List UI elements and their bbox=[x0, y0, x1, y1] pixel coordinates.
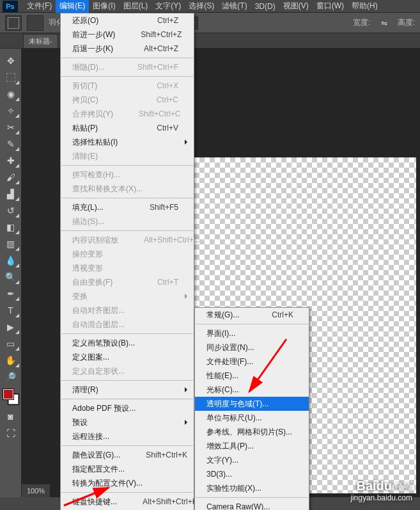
submenu-arrow-icon bbox=[185, 139, 190, 145]
foreground-color-swatch[interactable] bbox=[3, 389, 13, 399]
width-label: 宽度: bbox=[353, 17, 370, 28]
menu-item: 查找和替换文本(X)... bbox=[61, 182, 194, 196]
clone-stamp-tool[interactable]: ▟ bbox=[2, 186, 20, 202]
menu-item: 合并拷贝(Y)Shift+Ctrl+C bbox=[61, 107, 194, 121]
menubar-item[interactable]: 视图(V) bbox=[279, 0, 313, 13]
menu-item: 变换 bbox=[61, 289, 194, 303]
menu-item[interactable]: 文字(Y)... bbox=[195, 453, 309, 467]
menu-item: 拷贝(C)Ctrl+C bbox=[61, 93, 194, 107]
hand-tool[interactable]: ✋ bbox=[2, 353, 20, 368]
brush-tool[interactable]: 🖌 bbox=[2, 170, 20, 185]
menu-item[interactable]: 同步设置(N)... bbox=[195, 340, 309, 355]
height-label: 高度: bbox=[398, 17, 415, 28]
menu-item[interactable]: 清理(R) bbox=[61, 383, 194, 397]
menu-item[interactable]: 键盘快捷键...Alt+Shift+Ctrl+K bbox=[61, 495, 194, 509]
eraser-tool[interactable]: ◧ bbox=[2, 219, 20, 235]
marquee-tool[interactable] bbox=[2, 70, 20, 85]
menu-item[interactable]: 还原(O)Ctrl+Z bbox=[61, 13, 194, 28]
menubar-item[interactable]: 图像(I) bbox=[89, 0, 119, 13]
menu-item: 内容识别缩放Alt+Shift+Ctrl+C bbox=[61, 233, 194, 247]
color-swatches[interactable] bbox=[3, 389, 19, 404]
link-dimensions-icon[interactable]: ⇋ bbox=[380, 19, 389, 28]
menubar-item[interactable]: 滤镜(T) bbox=[218, 0, 251, 13]
menu-item: 自动对齐图层... bbox=[61, 303, 194, 317]
tool-preset-picker[interactable] bbox=[27, 15, 43, 31]
zoom-level[interactable]: 100% bbox=[27, 487, 45, 495]
rectangle-tool[interactable]: ▭ bbox=[2, 336, 20, 351]
menu-item: 渐隐(D)...Shift+Ctrl+F bbox=[61, 60, 194, 74]
menu-item: 定义自定形状... bbox=[61, 364, 194, 378]
zoom-tool[interactable]: 🔎 bbox=[2, 369, 20, 385]
status-bar: 100% bbox=[22, 484, 50, 497]
quick-mask-toggle[interactable]: ◙ bbox=[2, 409, 20, 424]
menu-item[interactable]: 颜色设置(G)...Shift+Ctrl+K bbox=[61, 448, 194, 462]
menubar-item[interactable]: 3D(D) bbox=[251, 0, 279, 13]
menu-item[interactable]: 常规(G)...Ctrl+K bbox=[195, 308, 309, 322]
active-tool-thumbnail[interactable] bbox=[5, 15, 22, 31]
submenu-arrow-icon bbox=[185, 387, 190, 392]
watermark: Baidu经验 jingyan.baidu.com bbox=[350, 479, 412, 502]
menu-item[interactable]: 增效工具(P)... bbox=[195, 439, 309, 453]
crop-tool[interactable]: ✂ bbox=[2, 120, 20, 135]
menu-item: 描边(S)... bbox=[61, 214, 194, 228]
menubar-item[interactable]: 编辑(E) bbox=[56, 0, 89, 13]
dodge-tool[interactable]: 🔍 bbox=[2, 269, 20, 285]
move-tool[interactable]: ✥ bbox=[2, 53, 20, 68]
menu-item[interactable]: 定义图案... bbox=[61, 350, 194, 364]
screen-mode-toggle[interactable]: ⛶ bbox=[2, 426, 20, 441]
pen-tool[interactable]: ✒ bbox=[2, 286, 20, 301]
menu-item: 透视变形 bbox=[61, 261, 194, 275]
preferences-submenu: 常规(G)...Ctrl+K界面(I)...同步设置(N)...文件处理(F).… bbox=[194, 307, 309, 510]
submenu-arrow-icon bbox=[185, 420, 190, 425]
menu-item[interactable]: 前进一步(W)Shift+Ctrl+Z bbox=[61, 28, 194, 42]
menu-item[interactable]: 预设 bbox=[61, 415, 194, 429]
magic-wand-tool[interactable]: ✧ bbox=[2, 103, 20, 118]
menu-item[interactable]: 远程连接... bbox=[61, 429, 194, 443]
menu-item[interactable]: 指定配置文件... bbox=[61, 462, 194, 476]
menu-item: 清除(E) bbox=[61, 149, 194, 163]
menu-item: 自由变换(F)Ctrl+T bbox=[61, 275, 194, 289]
gradient-tool[interactable]: ▥ bbox=[2, 236, 20, 251]
menubar-item[interactable]: 图层(L) bbox=[120, 0, 152, 13]
menubar-item[interactable]: 选择(S) bbox=[185, 0, 218, 13]
menubar: Ps 文件(F)编辑(E)图像(I)图层(L)文字(Y)选择(S)滤镜(T)3D… bbox=[0, 0, 420, 13]
menubar-item[interactable]: 帮助(H) bbox=[348, 0, 382, 13]
edit-menu: 还原(O)Ctrl+Z前进一步(W)Shift+Ctrl+Z后退一步(K)Alt… bbox=[60, 13, 194, 510]
menu-item: 操控变形 bbox=[61, 247, 194, 261]
menu-item[interactable]: 性能(E)... bbox=[195, 369, 309, 383]
menu-item[interactable]: Camera Raw(W)... bbox=[195, 500, 309, 510]
menubar-item[interactable]: 文字(Y) bbox=[152, 0, 185, 13]
toolbox: ✥ ◉ ✧ ✂ ✎ ✚ 🖌 ▟ ↺ ◧ ▥ 💧 🔍 ✒ T ▶ ▭ ✋ 🔎 ◙ … bbox=[0, 49, 22, 497]
menu-item[interactable]: 后退一步(K)Alt+Ctrl+Z bbox=[61, 42, 194, 56]
menubar-item[interactable]: 文件(F) bbox=[23, 0, 56, 13]
menu-item[interactable]: 文件处理(F)... bbox=[195, 355, 309, 369]
submenu-arrow-icon bbox=[185, 294, 190, 299]
menu-item[interactable]: 界面(I)... bbox=[195, 326, 309, 340]
menu-item[interactable]: 实验性功能(X)... bbox=[195, 481, 309, 495]
menu-item[interactable]: 定义画笔预设(B)... bbox=[61, 336, 194, 350]
menu-item[interactable]: Adobe PDF 预设... bbox=[61, 401, 194, 415]
blur-tool[interactable]: 💧 bbox=[2, 253, 20, 268]
type-tool[interactable]: T bbox=[2, 303, 20, 318]
menu-item[interactable]: 参考线、网格和切片(S)... bbox=[195, 425, 309, 439]
menu-item[interactable]: 转换为配置文件(V)... bbox=[61, 476, 194, 490]
menu-item: 剪切(T)Ctrl+X bbox=[61, 79, 194, 93]
lasso-tool[interactable]: ◉ bbox=[2, 86, 20, 102]
document-tab[interactable]: 未标题- bbox=[23, 34, 58, 48]
menubar-item[interactable]: 窗口(W) bbox=[313, 0, 348, 13]
eyedropper-tool[interactable]: ✎ bbox=[2, 136, 20, 152]
menu-item[interactable]: 透明度与色域(T)... bbox=[195, 397, 309, 411]
menu-item[interactable]: 3D(3)... bbox=[195, 467, 309, 481]
healing-brush-tool[interactable]: ✚ bbox=[2, 153, 20, 168]
app-logo: Ps bbox=[3, 1, 18, 12]
menu-item[interactable]: 选择性粘贴(I) bbox=[61, 135, 194, 149]
menu-item: 自动混合图层... bbox=[61, 317, 194, 331]
menu-item[interactable]: 单位与标尺(U)... bbox=[195, 411, 309, 425]
menu-item: 拼写检查(H)... bbox=[61, 168, 194, 182]
path-selection-tool[interactable]: ▶ bbox=[2, 319, 20, 335]
menu-item[interactable]: 填充(L)...Shift+F5 bbox=[61, 200, 194, 214]
history-brush-tool[interactable]: ↺ bbox=[2, 203, 20, 218]
menu-item[interactable]: 光标(C)... bbox=[195, 383, 309, 397]
menu-item[interactable]: 粘贴(P)Ctrl+V bbox=[61, 121, 194, 135]
